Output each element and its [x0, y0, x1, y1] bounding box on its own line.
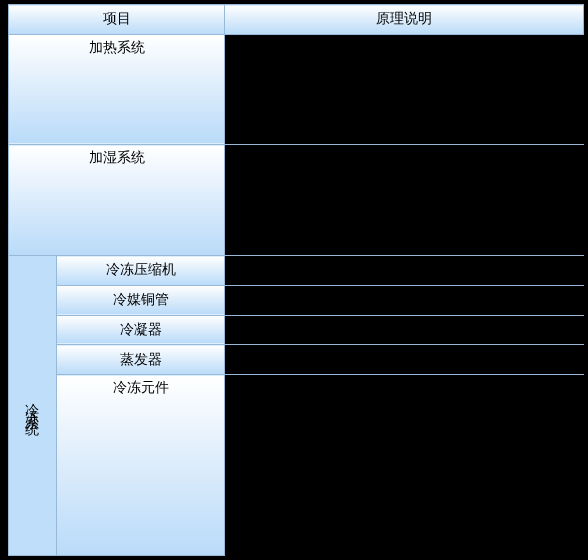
cell-cooling-desc-1 [225, 285, 584, 315]
cooling-group-label: 冷冻系统 [24, 392, 42, 416]
cell-cooling-group: 冷冻系统 [9, 256, 57, 556]
cell-humid-label: 加湿系统 [9, 145, 225, 256]
row-heating: 加热系统 [9, 34, 584, 145]
cell-cooling-desc-4 [225, 375, 584, 556]
row-cooling-2: 冷凝器 [9, 315, 584, 345]
header-item: 项目 [9, 5, 225, 35]
cell-cooling-desc-2 [225, 315, 584, 345]
row-cooling-0: 冷冻系统 冷冻压缩机 [9, 256, 584, 286]
header-row: 项目 原理说明 [9, 5, 584, 35]
header-desc: 原理说明 [225, 5, 584, 35]
row-cooling-1: 冷媒铜管 [9, 285, 584, 315]
cell-heating-label: 加热系统 [9, 34, 225, 145]
cell-cooling-item-2: 冷凝器 [57, 315, 225, 345]
cell-humid-desc [225, 145, 584, 256]
spec-table: 项目 原理说明 加热系统 加湿系统 冷冻系统 冷冻压缩机 冷媒铜管 冷凝器 蒸发… [8, 4, 584, 556]
cell-cooling-item-0: 冷冻压缩机 [57, 256, 225, 286]
cell-cooling-desc-3 [225, 345, 584, 375]
cell-heating-desc [225, 34, 584, 145]
cell-cooling-desc-0 [225, 256, 584, 286]
row-cooling-4: 冷冻元件 [9, 375, 584, 556]
table-container: 项目 原理说明 加热系统 加湿系统 冷冻系统 冷冻压缩机 冷媒铜管 冷凝器 蒸发… [0, 0, 588, 560]
row-cooling-3: 蒸发器 [9, 345, 584, 375]
row-humid: 加湿系统 [9, 145, 584, 256]
cell-cooling-item-3: 蒸发器 [57, 345, 225, 375]
cell-cooling-item-1: 冷媒铜管 [57, 285, 225, 315]
cell-cooling-item-4: 冷冻元件 [57, 375, 225, 556]
